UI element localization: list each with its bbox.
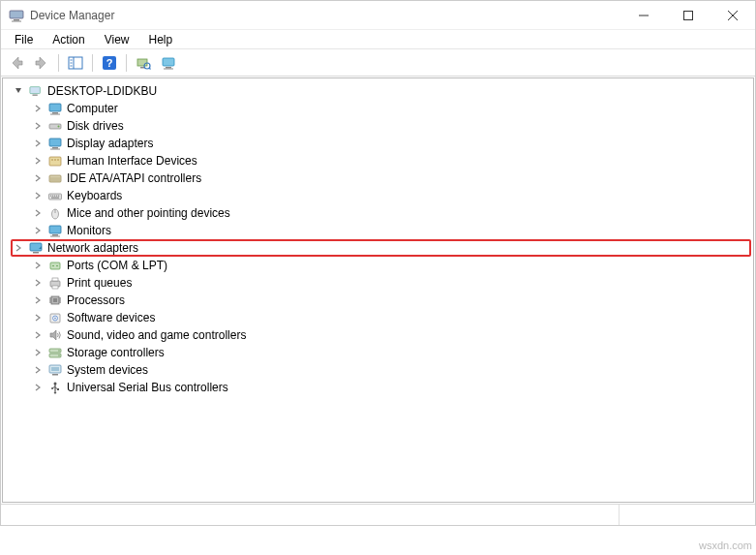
tree-category-label: Print queues <box>67 276 132 290</box>
tree-category-label: Ports (COM & LPT) <box>67 259 167 272</box>
tree-category-label: Network adapters <box>47 241 138 255</box>
tree-root-node[interactable]: DESKTOP-LDIDKBU ComputerDisk drivesDispl… <box>13 82 751 396</box>
chevron-right-icon[interactable] <box>32 120 44 132</box>
network-icon <box>28 240 44 256</box>
maximize-button[interactable] <box>666 1 711 29</box>
cpu-icon <box>47 293 63 308</box>
tree-category-item[interactable]: IDE ATA/ATAPI controllers <box>13 170 751 187</box>
tree-category-item[interactable]: Print queues <box>13 274 751 292</box>
chevron-right-icon[interactable] <box>32 172 44 184</box>
tree-category-label: Disk drives <box>67 119 124 133</box>
tree-category-label: Human Interface Devices <box>67 154 197 168</box>
tree-category-item[interactable]: Monitors <box>13 222 751 239</box>
tree-category-label: Sound, video and game controllers <box>67 328 246 342</box>
tree-category-label: Keyboards <box>67 189 122 202</box>
titlebar: Device Manager <box>1 1 755 30</box>
chevron-right-icon[interactable] <box>32 312 44 324</box>
tree-category-item[interactable]: Keyboards <box>13 187 751 204</box>
svg-rect-2 <box>12 20 21 21</box>
tree-category-item[interactable]: Network adapters <box>11 239 751 257</box>
tree-category-item[interactable]: Disk drives <box>13 117 751 135</box>
watermark: wsxdn.com <box>699 540 752 551</box>
toolbar-separator <box>58 54 59 72</box>
tree-category-item[interactable]: Storage controllers <box>13 344 751 361</box>
help-button[interactable]: ? <box>98 51 121 75</box>
tree-category-label: Display adapters <box>67 137 153 150</box>
tree-category-item[interactable]: Sound, video and game controllers <box>13 326 751 344</box>
system-icon <box>47 362 63 378</box>
keyboard-icon <box>47 188 63 203</box>
window-controls <box>621 1 755 29</box>
tree-category-item[interactable]: Processors <box>13 292 751 309</box>
ide-icon <box>47 170 63 186</box>
software-icon <box>47 310 63 325</box>
menu-view[interactable]: View <box>95 31 139 48</box>
close-button[interactable] <box>711 1 755 29</box>
tree-category-label: Software devices <box>67 311 155 324</box>
svg-rect-15 <box>140 67 144 69</box>
forward-button[interactable] <box>30 51 53 75</box>
tree-category-item[interactable]: Software devices <box>13 309 751 326</box>
hid-icon <box>47 153 63 169</box>
chevron-right-icon[interactable] <box>32 364 44 376</box>
device-manager-window: Device Manager File Action View Help <box>0 0 756 526</box>
statusbar <box>1 504 755 525</box>
svg-rect-0 <box>10 11 23 18</box>
show-hide-console-tree-button[interactable] <box>64 51 87 75</box>
tree-category-label: Mice and other pointing devices <box>67 206 230 220</box>
svg-text:?: ? <box>106 57 113 69</box>
tree-category-item[interactable]: Human Interface Devices <box>13 152 751 170</box>
devices-and-printers-button[interactable] <box>157 51 180 75</box>
device-tree[interactable]: DESKTOP-LDIDKBU ComputerDisk drivesDispl… <box>2 77 754 503</box>
back-button[interactable] <box>5 51 28 75</box>
minimize-button[interactable] <box>621 1 666 29</box>
chevron-right-icon[interactable] <box>32 225 44 236</box>
tree-category-item[interactable]: Display adapters <box>13 135 751 152</box>
chevron-right-icon[interactable] <box>32 190 44 201</box>
monitor-icon <box>47 101 63 116</box>
tree-category-item[interactable]: Mice and other pointing devices <box>13 204 751 222</box>
statusbar-cell <box>1 505 620 525</box>
chevron-right-icon[interactable] <box>32 347 44 358</box>
chevron-right-icon[interactable] <box>32 277 44 289</box>
storage-icon <box>47 345 63 360</box>
svg-line-17 <box>149 68 151 70</box>
menu-help[interactable]: Help <box>139 31 183 48</box>
tree-category-item[interactable]: System devices <box>13 361 751 379</box>
toolbar-separator <box>126 54 127 72</box>
mouse-icon <box>47 205 63 221</box>
tree-category-label: Computer <box>67 102 118 115</box>
toolbar-separator <box>92 54 93 72</box>
tree-root-label: DESKTOP-LDIDKBU <box>47 84 157 98</box>
chevron-right-icon[interactable] <box>32 103 44 114</box>
svg-rect-1 <box>14 19 19 21</box>
chevron-right-icon[interactable] <box>32 382 44 393</box>
tree-category-item[interactable]: Universal Serial Bus controllers <box>13 379 751 396</box>
chevron-right-icon[interactable] <box>32 329 44 341</box>
computer-icon <box>28 83 44 99</box>
toolbar: ? <box>1 49 755 77</box>
chevron-right-icon[interactable] <box>32 138 44 149</box>
chevron-right-icon[interactable] <box>32 155 44 167</box>
menubar: File Action View Help <box>1 30 755 49</box>
tree-category-item[interactable]: Ports (COM & LPT) <box>13 257 751 274</box>
chevron-right-icon[interactable] <box>32 260 44 271</box>
chevron-right-icon[interactable] <box>32 294 44 306</box>
svg-rect-14 <box>137 59 147 66</box>
tree-category-label: System devices <box>67 363 148 377</box>
port-icon <box>47 258 63 273</box>
disk-icon <box>47 118 63 134</box>
chevron-right-icon[interactable] <box>13 242 24 254</box>
window-title: Device Manager <box>30 9 621 22</box>
tree-category-label: Storage controllers <box>67 346 165 359</box>
chevron-down-icon[interactable] <box>13 85 24 97</box>
svg-rect-18 <box>163 58 174 66</box>
usb-icon <box>47 380 63 395</box>
scan-hardware-button[interactable] <box>132 51 155 75</box>
tree-category-item[interactable]: Computer <box>13 100 751 117</box>
menu-action[interactable]: Action <box>43 31 94 48</box>
svg-rect-20 <box>164 68 173 69</box>
svg-rect-19 <box>166 67 171 69</box>
chevron-right-icon[interactable] <box>32 207 44 219</box>
menu-file[interactable]: File <box>5 31 43 48</box>
